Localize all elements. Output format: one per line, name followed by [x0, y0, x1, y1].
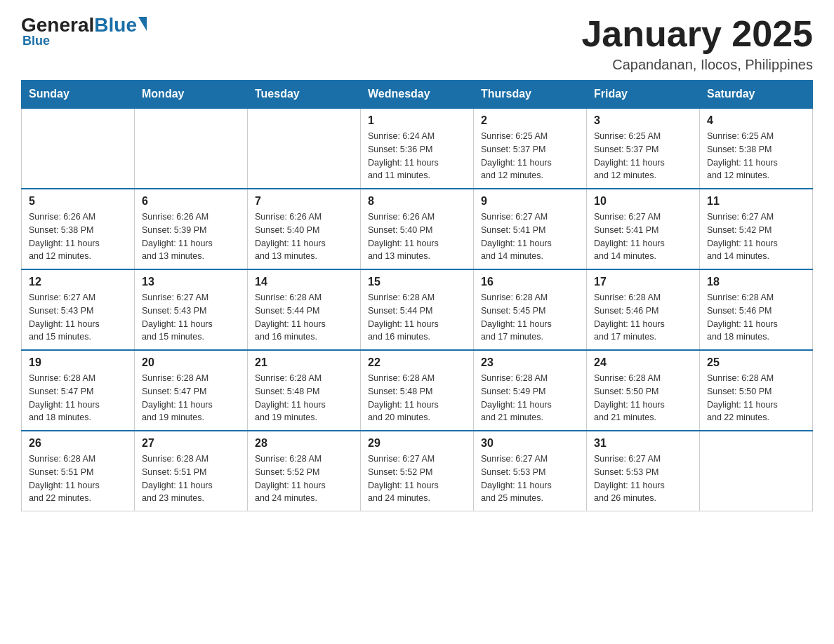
calendar-cell: 16Sunrise: 6:28 AMSunset: 5:45 PMDayligh…	[474, 269, 587, 350]
calendar-cell: 20Sunrise: 6:28 AMSunset: 5:47 PMDayligh…	[135, 350, 248, 431]
calendar-cell: 1Sunrise: 6:24 AMSunset: 5:36 PMDaylight…	[361, 108, 474, 189]
day-info: Sunrise: 6:28 AMSunset: 5:50 PMDaylight:…	[594, 372, 692, 424]
calendar-cell: 11Sunrise: 6:27 AMSunset: 5:42 PMDayligh…	[700, 189, 813, 269]
logo-blue-text: Blue	[94, 14, 137, 36]
day-info: Sunrise: 6:28 AMSunset: 5:44 PMDaylight:…	[368, 291, 466, 344]
day-info: Sunrise: 6:28 AMSunset: 5:46 PMDaylight:…	[707, 291, 805, 344]
title-section: January 2025 Capandanan, Ilocos, Philipp…	[581, 14, 813, 73]
calendar-cell: 18Sunrise: 6:28 AMSunset: 5:46 PMDayligh…	[700, 269, 813, 350]
day-info: Sunrise: 6:25 AMSunset: 5:37 PMDaylight:…	[481, 130, 579, 182]
calendar-cell: 23Sunrise: 6:28 AMSunset: 5:49 PMDayligh…	[474, 350, 587, 431]
week-row-2: 5Sunrise: 6:26 AMSunset: 5:38 PMDaylight…	[22, 189, 813, 269]
calendar-cell: 6Sunrise: 6:26 AMSunset: 5:39 PMDaylight…	[135, 189, 248, 269]
week-row-1: 1Sunrise: 6:24 AMSunset: 5:36 PMDaylight…	[22, 108, 813, 189]
day-info: Sunrise: 6:28 AMSunset: 5:51 PMDaylight:…	[29, 452, 127, 505]
day-info: Sunrise: 6:27 AMSunset: 5:43 PMDaylight:…	[142, 291, 240, 344]
day-number: 21	[255, 356, 353, 369]
day-number: 19	[29, 356, 127, 369]
day-number: 31	[594, 437, 692, 450]
calendar-cell: 31Sunrise: 6:27 AMSunset: 5:53 PMDayligh…	[587, 431, 700, 511]
day-number: 22	[368, 356, 466, 369]
calendar-header-sunday: Sunday	[22, 81, 135, 109]
day-number: 3	[594, 114, 692, 127]
week-row-4: 19Sunrise: 6:28 AMSunset: 5:47 PMDayligh…	[22, 350, 813, 431]
day-number: 5	[29, 195, 127, 208]
logo: General Blue Blue	[21, 14, 147, 48]
calendar-cell: 12Sunrise: 6:27 AMSunset: 5:43 PMDayligh…	[22, 269, 135, 350]
calendar-cell: 13Sunrise: 6:27 AMSunset: 5:43 PMDayligh…	[135, 269, 248, 350]
calendar-header-tuesday: Tuesday	[248, 81, 361, 109]
calendar-cell: 26Sunrise: 6:28 AMSunset: 5:51 PMDayligh…	[22, 431, 135, 511]
day-number: 24	[594, 356, 692, 369]
calendar-header-thursday: Thursday	[474, 81, 587, 109]
day-number: 16	[481, 276, 579, 288]
calendar-cell: 25Sunrise: 6:28 AMSunset: 5:50 PMDayligh…	[700, 350, 813, 431]
calendar-header-wednesday: Wednesday	[361, 81, 474, 109]
day-info: Sunrise: 6:28 AMSunset: 5:46 PMDaylight:…	[594, 291, 692, 344]
calendar-title: January 2025	[581, 14, 813, 54]
calendar-cell: 5Sunrise: 6:26 AMSunset: 5:38 PMDaylight…	[22, 189, 135, 269]
calendar-cell: 19Sunrise: 6:28 AMSunset: 5:47 PMDayligh…	[22, 350, 135, 431]
calendar-cell: 29Sunrise: 6:27 AMSunset: 5:52 PMDayligh…	[361, 431, 474, 511]
calendar-cell: 15Sunrise: 6:28 AMSunset: 5:44 PMDayligh…	[361, 269, 474, 350]
day-info: Sunrise: 6:27 AMSunset: 5:53 PMDaylight:…	[481, 452, 579, 505]
day-info: Sunrise: 6:28 AMSunset: 5:49 PMDaylight:…	[481, 372, 579, 424]
page-header: General Blue Blue January 2025 Capandana…	[21, 14, 813, 73]
day-number: 2	[481, 114, 579, 127]
calendar-cell: 9Sunrise: 6:27 AMSunset: 5:41 PMDaylight…	[474, 189, 587, 269]
day-number: 9	[481, 195, 579, 208]
calendar-cell: 21Sunrise: 6:28 AMSunset: 5:48 PMDayligh…	[248, 350, 361, 431]
day-info: Sunrise: 6:27 AMSunset: 5:52 PMDaylight:…	[368, 452, 466, 505]
calendar-cell: 24Sunrise: 6:28 AMSunset: 5:50 PMDayligh…	[587, 350, 700, 431]
day-number: 6	[142, 195, 240, 208]
day-info: Sunrise: 6:28 AMSunset: 5:45 PMDaylight:…	[481, 291, 579, 344]
calendar-cell: 27Sunrise: 6:28 AMSunset: 5:51 PMDayligh…	[135, 431, 248, 511]
day-info: Sunrise: 6:28 AMSunset: 5:51 PMDaylight:…	[142, 452, 240, 505]
calendar-cell: 22Sunrise: 6:28 AMSunset: 5:48 PMDayligh…	[361, 350, 474, 431]
calendar-cell: 8Sunrise: 6:26 AMSunset: 5:40 PMDaylight…	[361, 189, 474, 269]
day-info: Sunrise: 6:28 AMSunset: 5:44 PMDaylight:…	[255, 291, 353, 344]
day-number: 27	[142, 437, 240, 450]
day-number: 4	[707, 114, 805, 127]
day-info: Sunrise: 6:26 AMSunset: 5:39 PMDaylight:…	[142, 210, 240, 263]
day-info: Sunrise: 6:26 AMSunset: 5:40 PMDaylight:…	[255, 210, 353, 263]
calendar-cell: 10Sunrise: 6:27 AMSunset: 5:41 PMDayligh…	[587, 189, 700, 269]
day-info: Sunrise: 6:28 AMSunset: 5:48 PMDaylight:…	[368, 372, 466, 424]
day-number: 12	[29, 276, 127, 288]
calendar-cell: 2Sunrise: 6:25 AMSunset: 5:37 PMDaylight…	[474, 108, 587, 189]
calendar-cell	[135, 108, 248, 189]
day-number: 30	[481, 437, 579, 450]
day-number: 1	[368, 114, 466, 127]
calendar-cell: 28Sunrise: 6:28 AMSunset: 5:52 PMDayligh…	[248, 431, 361, 511]
day-info: Sunrise: 6:27 AMSunset: 5:41 PMDaylight:…	[594, 210, 692, 263]
day-number: 15	[368, 276, 466, 288]
day-info: Sunrise: 6:25 AMSunset: 5:38 PMDaylight:…	[707, 130, 805, 182]
day-number: 13	[142, 276, 240, 288]
calendar-header-saturday: Saturday	[700, 81, 813, 109]
day-number: 10	[594, 195, 692, 208]
day-info: Sunrise: 6:25 AMSunset: 5:37 PMDaylight:…	[594, 130, 692, 182]
calendar-table: SundayMondayTuesdayWednesdayThursdayFrid…	[21, 80, 813, 511]
day-info: Sunrise: 6:27 AMSunset: 5:41 PMDaylight:…	[481, 210, 579, 263]
day-number: 29	[368, 437, 466, 450]
calendar-header-monday: Monday	[135, 81, 248, 109]
day-number: 14	[255, 276, 353, 288]
calendar-cell: 14Sunrise: 6:28 AMSunset: 5:44 PMDayligh…	[248, 269, 361, 350]
day-number: 11	[707, 195, 805, 208]
day-info: Sunrise: 6:28 AMSunset: 5:52 PMDaylight:…	[255, 452, 353, 505]
day-number: 23	[481, 356, 579, 369]
logo-underline: Blue	[22, 34, 50, 48]
calendar-subtitle: Capandanan, Ilocos, Philippines	[581, 57, 813, 73]
day-number: 18	[707, 276, 805, 288]
day-info: Sunrise: 6:27 AMSunset: 5:53 PMDaylight:…	[594, 452, 692, 505]
calendar-cell: 4Sunrise: 6:25 AMSunset: 5:38 PMDaylight…	[700, 108, 813, 189]
day-number: 28	[255, 437, 353, 450]
day-info: Sunrise: 6:27 AMSunset: 5:42 PMDaylight:…	[707, 210, 805, 263]
day-number: 26	[29, 437, 127, 450]
day-info: Sunrise: 6:28 AMSunset: 5:50 PMDaylight:…	[707, 372, 805, 424]
day-number: 7	[255, 195, 353, 208]
calendar-cell: 7Sunrise: 6:26 AMSunset: 5:40 PMDaylight…	[248, 189, 361, 269]
calendar-cell: 17Sunrise: 6:28 AMSunset: 5:46 PMDayligh…	[587, 269, 700, 350]
day-number: 8	[368, 195, 466, 208]
day-info: Sunrise: 6:26 AMSunset: 5:38 PMDaylight:…	[29, 210, 127, 263]
